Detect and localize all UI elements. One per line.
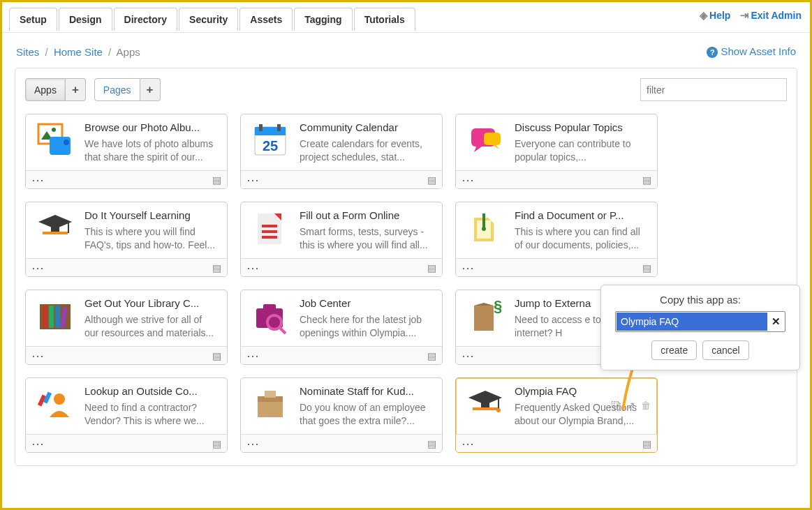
svg-rect-8 <box>277 124 281 131</box>
svg-rect-18 <box>258 213 281 244</box>
card-menu-icon[interactable]: ⋯ <box>462 177 475 183</box>
svg-point-37 <box>54 393 65 405</box>
app-description: Although we strive for all of our resour… <box>84 313 219 340</box>
svg-text:§: § <box>494 299 502 315</box>
card-menu-icon[interactable]: ⋯ <box>462 264 475 271</box>
app-title: Do It Yourself Learning <box>84 209 219 221</box>
app-card[interactable]: Nominate Staff for Kud...Do you know of … <box>240 377 443 453</box>
card-detail-icon[interactable]: ▤ <box>427 350 436 361</box>
app-title: Nominate Staff for Kud... <box>300 385 434 397</box>
app-icon: § <box>464 297 506 336</box>
breadcrumb-sites[interactable]: Sites <box>16 46 39 58</box>
add-page-button[interactable]: + <box>140 78 161 101</box>
app-icon <box>464 385 506 424</box>
svg-point-4 <box>64 140 69 145</box>
app-title: Job Center <box>300 297 434 309</box>
card-detail-icon[interactable]: ▤ <box>427 262 436 273</box>
svg-marker-35 <box>474 303 494 306</box>
tab-security[interactable]: Security <box>179 8 238 31</box>
card-menu-icon[interactable]: ⋯ <box>462 352 475 359</box>
tab-setup[interactable]: Setup <box>9 8 57 31</box>
card-menu-icon[interactable]: ⋯ <box>246 264 260 271</box>
app-title: Fill out a Form Online <box>300 209 434 221</box>
app-card[interactable]: 25Community CalendarCreate calendars for… <box>240 114 443 189</box>
svg-rect-28 <box>55 306 60 328</box>
app-description: We have lots of photo albums that share … <box>84 137 219 164</box>
svg-rect-26 <box>43 306 47 328</box>
svg-rect-12 <box>484 133 501 145</box>
svg-rect-31 <box>263 304 276 311</box>
app-icon <box>34 209 76 248</box>
show-asset-info[interactable]: ?Show Asset Info <box>707 45 796 58</box>
help-icon: ◈ <box>700 9 708 21</box>
card-menu-icon[interactable]: ⋯ <box>31 352 45 359</box>
breadcrumb-current: Apps <box>117 46 140 58</box>
card-detail-icon[interactable]: ▤ <box>642 174 651 186</box>
app-icon <box>249 297 291 336</box>
tab-tagging[interactable]: Tagging <box>294 8 352 31</box>
copy-name-input[interactable] <box>617 313 767 331</box>
content-panel: Apps + Pages + Browse our Photo Albu...W… <box>15 68 797 466</box>
tab-assets[interactable]: Assets <box>239 8 293 31</box>
svg-rect-45 <box>498 398 499 409</box>
add-app-button[interactable]: + <box>66 78 86 101</box>
app-description: Check here for the latest job openings w… <box>300 313 434 340</box>
app-card[interactable]: Do It Yourself LearningThis is where you… <box>25 202 228 277</box>
tab-directory[interactable]: Directory <box>114 8 177 31</box>
app-card[interactable]: Fill out a Form OnlineSmart forms, tests… <box>240 202 443 277</box>
card-menu-icon[interactable]: ⋯ <box>246 440 260 447</box>
app-title: Find a Document or P... <box>515 209 649 221</box>
app-card[interactable]: Lookup an Outside Co...Need to find a co… <box>25 377 228 453</box>
card-detail-icon[interactable]: ▤ <box>427 174 436 186</box>
card-detail-icon[interactable]: ▤ <box>212 262 221 273</box>
card-menu-icon[interactable]: ⋯ <box>246 177 260 183</box>
app-description: This is where you will find FAQ's, tips … <box>84 225 219 252</box>
app-title: Community Calendar <box>300 121 434 133</box>
help-link[interactable]: ◈Help <box>700 9 730 22</box>
filter-input[interactable] <box>640 78 787 101</box>
app-description: Do you know of an employee that goes the… <box>300 401 434 428</box>
app-title: Browse our Photo Albu... <box>84 121 219 133</box>
svg-rect-22 <box>262 236 277 239</box>
create-button[interactable]: create <box>651 340 697 360</box>
app-title: Lookup an Outside Co... <box>84 385 219 397</box>
app-icon <box>34 121 76 160</box>
app-title: Get Out Your Library C... <box>84 297 219 309</box>
cancel-button[interactable]: cancel <box>702 340 748 360</box>
app-card[interactable]: Get Out Your Library C...Although we str… <box>25 290 228 365</box>
card-menu-icon[interactable]: ⋯ <box>462 440 475 447</box>
main-tabs: Setup Design Directory Security Assets T… <box>2 2 810 33</box>
app-icon <box>34 385 76 424</box>
card-detail-icon[interactable]: ▤ <box>212 174 221 186</box>
card-detail-icon[interactable]: ▤ <box>212 350 221 361</box>
svg-rect-16 <box>68 222 69 233</box>
card-detail-icon[interactable]: ▤ <box>212 438 221 449</box>
svg-rect-34 <box>474 306 494 331</box>
clear-input-icon[interactable]: ✕ <box>772 315 781 328</box>
app-card[interactable]: Find a Document or P...This is where you… <box>455 202 658 277</box>
breadcrumb-home[interactable]: Home Site <box>54 46 103 58</box>
app-icon <box>464 121 506 160</box>
card-menu-icon[interactable]: ⋯ <box>31 177 45 183</box>
app-card[interactable]: Discuss Popular TopicsEveryone can contr… <box>455 114 658 189</box>
card-menu-icon[interactable]: ⋯ <box>31 440 45 447</box>
card-menu-icon[interactable]: ⋯ <box>31 264 45 271</box>
breadcrumb: Sites / Home Site / Apps <box>16 46 140 58</box>
app-description: Create calendars for events, project sch… <box>300 137 434 164</box>
card-detail-icon[interactable]: ▤ <box>642 438 651 449</box>
app-card[interactable]: Browse our Photo Albu...We have lots of … <box>25 114 228 189</box>
card-detail-icon[interactable]: ▤ <box>642 262 651 273</box>
exit-admin-link[interactable]: ⇥Exit Admin <box>740 9 802 22</box>
card-menu-icon[interactable]: ⋯ <box>246 352 260 359</box>
card-detail-icon[interactable]: ▤ <box>427 438 436 449</box>
app-card[interactable]: Job CenterCheck here for the latest job … <box>240 290 443 365</box>
popover-title: Copy this app as: <box>611 294 790 306</box>
pages-tab-button[interactable]: Pages <box>94 78 140 101</box>
apps-tab-button[interactable]: Apps <box>25 78 66 101</box>
app-icon <box>249 385 291 424</box>
tab-tutorials[interactable]: Tutorials <box>354 8 415 31</box>
app-icon <box>249 209 291 248</box>
svg-rect-47 <box>473 407 498 410</box>
tab-design[interactable]: Design <box>59 8 112 31</box>
svg-rect-42 <box>265 391 276 398</box>
